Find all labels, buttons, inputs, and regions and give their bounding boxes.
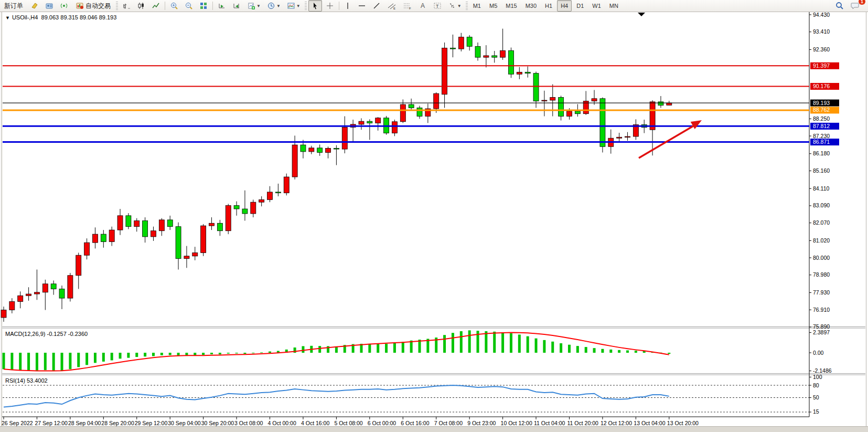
candle-body: [259, 199, 264, 202]
line-chart-button[interactable]: [149, 0, 163, 12]
candle-body: [26, 294, 31, 296]
search-button[interactable]: [832, 0, 847, 12]
arrows-button[interactable]: ▼: [445, 0, 464, 12]
price-tick-label: 78.980: [813, 271, 830, 278]
tile-windows-button[interactable]: [197, 0, 210, 12]
timeframe-M5[interactable]: M5: [486, 0, 501, 12]
candle-body: [317, 148, 323, 153]
candle-body: [109, 230, 114, 241]
time-tick-label: 9 Oct 23:00: [467, 420, 496, 426]
new-chart-button[interactable]: ▼: [244, 0, 263, 12]
timeframe-MN[interactable]: MN: [606, 0, 622, 12]
time-axis: 26 Sep 202227 Sep 12:0028 Sep 04:0028 Se…: [2, 417, 699, 426]
candle-body: [201, 226, 206, 252]
price-tick-label: 81.020: [813, 237, 830, 244]
price-axis: 94.43093.41092.36088.25087.23086.18085.1…: [809, 12, 839, 330]
macd-histogram-bar: [452, 333, 454, 353]
timeframe-M30[interactable]: M30: [522, 0, 540, 12]
candle-body: [301, 145, 306, 152]
time-tick-label: 28 Sep 20:00: [101, 420, 134, 426]
template-button[interactable]: ▼: [284, 0, 303, 12]
chart-shift-marker: [638, 13, 645, 16]
candle-body: [159, 220, 164, 231]
zoom-in-button[interactable]: [167, 0, 181, 12]
candle-body: [284, 177, 289, 193]
price-tick-label: 77.930: [813, 289, 830, 296]
macd-histogram-bar: [269, 352, 271, 353]
bar-chart-button[interactable]: [120, 0, 133, 12]
text-label-button[interactable]: T: [431, 0, 444, 12]
macd-histogram-bar: [460, 331, 463, 353]
candle-body: [92, 234, 98, 243]
trendline-button[interactable]: [370, 0, 383, 12]
candle-body: [592, 99, 597, 101]
macd-histogram-bar: [169, 353, 172, 355]
timeframe-M1[interactable]: M1: [469, 0, 485, 12]
macd-histogram-bar: [3, 353, 5, 369]
chart-canvas[interactable]: 94.43093.41092.36088.25087.23086.18085.1…: [0, 12, 868, 432]
macd-histogram-bar: [510, 333, 512, 353]
vertical-line-button[interactable]: [341, 0, 354, 12]
timeframe-H1[interactable]: H1: [541, 0, 556, 12]
macd-histogram-bar: [227, 353, 230, 354]
candle-body: [542, 100, 547, 101]
macd-histogram-bar: [27, 353, 30, 371]
time-tick-label: 5 Oct 08:00: [334, 420, 362, 426]
macd-histogram-bar: [485, 331, 487, 353]
signals-button[interactable]: [57, 0, 71, 12]
toolbar-grip: [116, 2, 118, 10]
candle-body: [326, 148, 331, 152]
history-center-icon: [30, 2, 39, 10]
equidistant-channel-button[interactable]: E: [384, 0, 399, 12]
timeframe-M15[interactable]: M15: [502, 0, 520, 12]
history-center-button[interactable]: [28, 0, 41, 12]
macd-histogram-bar: [19, 353, 22, 370]
symbol-period-label: USOil-,H4: [12, 14, 38, 20]
candle-body: [342, 127, 347, 149]
period-button[interactable]: ▼: [264, 0, 283, 12]
candle-body: [217, 223, 222, 230]
macd-axis-label: -2.1486: [813, 367, 832, 374]
candle-body: [484, 56, 489, 57]
macd-histogram-bar: [36, 353, 38, 371]
timeframe-D1[interactable]: D1: [573, 0, 587, 12]
rsi-indicator-label: RSI(14) 53.4002: [5, 377, 48, 384]
macd-histogram-bar: [260, 352, 263, 353]
text-label-icon: T: [433, 2, 442, 10]
auto-trading-button[interactable]: 自动交易: [72, 0, 114, 12]
candle-body: [575, 111, 580, 114]
time-tick-label: 7 Oct 08:00: [434, 420, 463, 426]
arrow-head: [691, 120, 702, 129]
new-order-button[interactable]: 新订单: [1, 0, 27, 12]
time-tick-label: 4 Oct 16:00: [301, 420, 329, 426]
time-tick-label: 11 Oct 20:00: [567, 420, 598, 426]
accounts-button[interactable]: [42, 0, 56, 12]
text-button[interactable]: A: [416, 0, 430, 12]
candle-chart-button[interactable]: [134, 0, 148, 12]
timeframe-W1[interactable]: W1: [588, 0, 605, 12]
cursor-icon: [311, 2, 319, 10]
chat-button[interactable]: 1: [848, 0, 863, 12]
chart-forward-button[interactable]: [215, 0, 229, 12]
macd-histogram-bar: [127, 353, 130, 358]
macd-histogram-bar: [44, 353, 47, 370]
step-back-icon: [232, 2, 241, 10]
zoom-out-button[interactable]: [182, 0, 196, 12]
candle-body: [334, 148, 339, 149]
crosshair-button[interactable]: [323, 0, 337, 12]
price-badge-label: 89.193: [813, 100, 830, 106]
time-tick-label: 10 Oct 12:00: [501, 420, 532, 426]
rsi-pane: 100805015: [3, 374, 822, 415]
cursor-button[interactable]: [308, 0, 322, 12]
time-tick-label: 11 Oct 04:00: [534, 420, 565, 426]
macd-histogram-bar: [626, 350, 629, 353]
fibonacci-button[interactable]: F: [400, 0, 415, 12]
price-badge-label: 87.812: [813, 123, 830, 129]
timeframe-H4[interactable]: H4: [557, 0, 572, 12]
bar-chart-icon: [122, 2, 131, 10]
candle-body: [442, 48, 447, 94]
time-tick-label: 30 Sep 04:00: [168, 420, 201, 426]
horizontal-line-button[interactable]: [355, 0, 369, 12]
chart-back-button[interactable]: [230, 0, 243, 12]
macd-histogram-bar: [219, 353, 221, 354]
